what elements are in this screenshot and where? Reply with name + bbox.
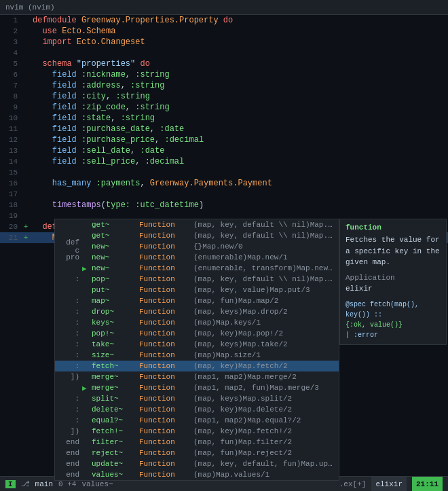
status-lang: elixir bbox=[371, 477, 407, 492]
autocomplete-item[interactable]: ]) fetch!~Function(map, key)Map.fetch!/2 bbox=[55, 426, 339, 437]
autocomplete-item[interactable]: : take~Function(map, keys)Map.take/2 bbox=[55, 339, 339, 350]
code-text: timestamps(type: :utc_datetime) bbox=[30, 200, 448, 211]
code-text: field :zip_code, :string bbox=[30, 102, 448, 113]
ac-sig: (map)Map.keys/1 bbox=[193, 319, 336, 327]
ac-name: fetch~ bbox=[92, 362, 139, 370]
ac-type: Function bbox=[139, 449, 193, 457]
ac-type: Function bbox=[139, 264, 193, 272]
autocomplete-item[interactable]: pro new~Function(enumerable)Map.new/1 bbox=[55, 252, 339, 263]
ac-arrow: ▶ bbox=[82, 384, 92, 393]
doc-spec-label: @spec fetch(map(), key()) :: bbox=[346, 301, 419, 319]
ac-sig: (map, fun)Map.reject/2 bbox=[193, 449, 336, 457]
ac-type: Function bbox=[139, 242, 193, 251]
doc-description: Fetches the value for a specific key in … bbox=[346, 234, 441, 268]
autocomplete-item[interactable]: : fetch~Function(map, key)Map.fetch/2 bbox=[55, 361, 339, 371]
ac-name: new~ bbox=[92, 253, 139, 261]
line-4: 4 bbox=[0, 48, 448, 58]
autocomplete-item[interactable]: : map~Function(map, fun)Map.map/2 bbox=[55, 295, 339, 306]
line-number: 7 bbox=[0, 81, 22, 90]
line-number: 1 bbox=[0, 16, 22, 24]
doc-spec-ok: {:ok, value()} bbox=[346, 321, 403, 329]
diff-indicator: + bbox=[22, 234, 30, 242]
status-mode: I bbox=[5, 480, 16, 488]
ac-sig: (map)Map.values/1 bbox=[193, 471, 336, 479]
ac-name: fetch!~ bbox=[92, 427, 139, 435]
ac-type: Function bbox=[139, 329, 193, 338]
autocomplete-item[interactable]: def c new~Function{}Map.new/0 bbox=[55, 241, 339, 252]
code-text: import Ecto.Changeset bbox=[30, 37, 448, 48]
line-number: 4 bbox=[0, 49, 22, 57]
autocomplete-item[interactable]: : equal?~Function(map1, map2)Map.equal?/… bbox=[55, 415, 339, 426]
autocomplete-item[interactable]: get~Function(map, key, default \\ nil)Ma… bbox=[55, 219, 339, 230]
autocomplete-item[interactable]: : delete~Function(map, key)Map.delete/2 bbox=[55, 404, 339, 415]
autocomplete-item[interactable]: end update~Function(map, key, default, f… bbox=[55, 458, 339, 469]
line-3: 3 import Ecto.Changeset bbox=[0, 37, 448, 48]
autocomplete-item[interactable]: : split~Function(map, keys)Map.split/2 bbox=[55, 393, 339, 404]
ac-type: Function bbox=[139, 438, 193, 446]
autocomplete-popup: get~Function(map, key, default \\ nil)Ma… bbox=[54, 219, 339, 481]
status-branch-icon: ⎇ bbox=[21, 479, 30, 488]
ac-sig: (map, keys)Map.drop/2 bbox=[193, 308, 336, 316]
autocomplete-item[interactable]: ▶new~Function(enumerable, transform)Map.… bbox=[55, 263, 339, 274]
autocomplete-item[interactable]: end reject~Function(map, fun)Map.reject/… bbox=[55, 448, 339, 458]
ac-type: Function bbox=[139, 416, 193, 424]
ac-name: filter~ bbox=[92, 438, 139, 446]
code-text: field :address, :string bbox=[30, 80, 448, 91]
ac-name: update~ bbox=[92, 460, 139, 468]
status-file: values~ bbox=[81, 480, 113, 488]
ac-sig: (map, key, default \\ nil)Map.pop/3 bbox=[193, 275, 336, 283]
autocomplete-item[interactable]: end values~Function(map)Map.values/1 bbox=[55, 469, 339, 480]
autocomplete-item[interactable]: : size~Function(map)Map.size/1 bbox=[55, 350, 339, 361]
ac-type: Function bbox=[139, 232, 193, 240]
ac-sig: (map, fun)Map.filter/2 bbox=[193, 438, 336, 446]
ac-sig: (map, key)Map.pop!/2 bbox=[193, 329, 336, 338]
ac-sig: (map)Map.size/1 bbox=[193, 351, 336, 359]
ac-name: pop!~ bbox=[92, 329, 139, 338]
line-11: 11 field :purchase_date, :date bbox=[0, 124, 448, 134]
ac-sig: (enumerable)Map.new/1 bbox=[193, 253, 336, 261]
line-number: 10 bbox=[0, 114, 22, 122]
ac-name: put~ bbox=[92, 286, 139, 294]
code-text: field :state, :string bbox=[30, 113, 448, 124]
autocomplete-item[interactable]: ]) merge~Function(map1, map2)Map.merge/2 bbox=[55, 371, 339, 382]
autocomplete-item[interactable]: : keys~Function(map)Map.keys/1 bbox=[55, 317, 339, 328]
line-7: 7 field :address, :string bbox=[0, 80, 448, 91]
ac-name: merge~ bbox=[92, 373, 139, 381]
line-number: 8 bbox=[0, 92, 22, 101]
autocomplete-item[interactable]: : pop~Function(map, key, default \\ nil)… bbox=[55, 274, 339, 285]
line-15: 15 bbox=[0, 167, 448, 178]
status-ext: .ex[+] bbox=[339, 480, 367, 488]
status-modified: 0 +4 bbox=[58, 480, 76, 488]
line-5: 5 schema "properties" do bbox=[0, 58, 448, 69]
autocomplete-item[interactable]: : drop~Function(map, keys)Map.drop/2 bbox=[55, 306, 339, 317]
autocomplete-item[interactable]: end filter~Function(map, fun)Map.filter/… bbox=[55, 437, 339, 448]
titlebar-title: nvim (nvim) bbox=[5, 3, 55, 12]
ac-sig: (map1, map2, fun)Map.merge/3 bbox=[193, 384, 336, 392]
ac-type: Function bbox=[139, 351, 193, 359]
line-number: 15 bbox=[0, 168, 22, 177]
code-text: field :purchase_date, :date bbox=[30, 124, 448, 134]
autocomplete-item[interactable]: : pop!~Function(map, key)Map.pop!/2 bbox=[55, 328, 339, 339]
line-8: 8 field :city, :string bbox=[0, 91, 448, 102]
line-12: 12 field :purchase_price, :decimal bbox=[0, 134, 448, 145]
code-text: use Ecto.Schema bbox=[30, 26, 448, 37]
ac-sig: (map, keys)Map.split/2 bbox=[193, 395, 336, 403]
autocomplete-item[interactable]: get~Function(map, key, default \\ nil)Ma… bbox=[55, 230, 339, 241]
ac-name: get~ bbox=[92, 232, 139, 240]
ac-sig: (map, key)Map.fetch/2 bbox=[193, 362, 336, 370]
autocomplete-item[interactable]: ▶merge~Function(map1, map2, fun)Map.merg… bbox=[55, 382, 339, 393]
ac-name: map~ bbox=[92, 297, 139, 305]
line-18: 18 timestamps(type: :utc_datetime) bbox=[0, 200, 448, 211]
doc-spec: @spec fetch(map(), key()) :: {:ok, value… bbox=[346, 299, 441, 340]
line-number: 3 bbox=[0, 38, 22, 46]
ac-name: split~ bbox=[92, 395, 139, 403]
line-number: 6 bbox=[0, 71, 22, 79]
ac-sig: (map, keys)Map.take/2 bbox=[193, 340, 336, 348]
autocomplete-item[interactable]: put~Function(map, key, value)Map.put/3 bbox=[55, 285, 339, 295]
code-text: defmodule Greenway.Properties.Property d… bbox=[30, 15, 448, 26]
ac-sig: {}Map.new/0 bbox=[193, 242, 336, 251]
ac-type: Function bbox=[139, 395, 193, 403]
diff-indicator: + bbox=[22, 223, 30, 231]
ac-name: drop~ bbox=[92, 308, 139, 316]
status-position: 21:11 bbox=[412, 477, 443, 492]
